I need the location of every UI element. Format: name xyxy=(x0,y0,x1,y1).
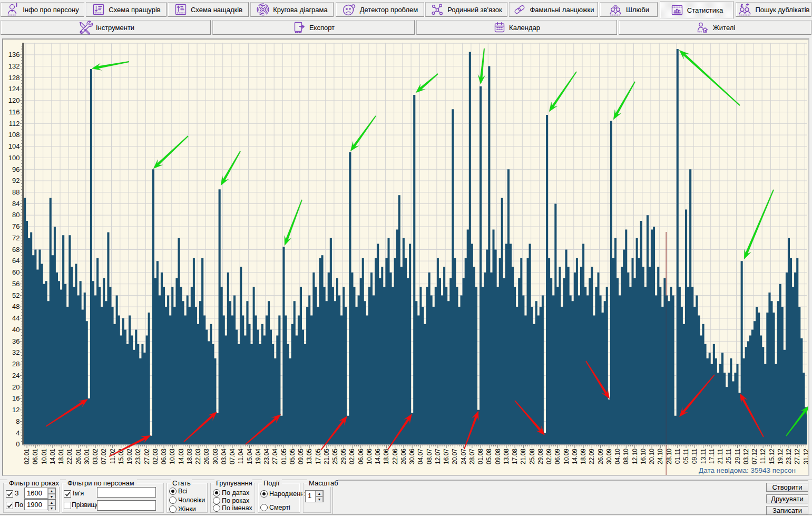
svg-text:17.08: 17.08 xyxy=(511,449,518,464)
svg-text:08.07: 08.07 xyxy=(426,449,433,464)
svg-text:10.01: 10.01 xyxy=(41,449,48,464)
svg-text:21.05: 21.05 xyxy=(323,449,330,464)
svg-text:28.07: 28.07 xyxy=(468,449,476,464)
svg-text:02.06: 02.06 xyxy=(348,449,356,464)
svg-text:18.03: 18.03 xyxy=(186,449,193,464)
svg-text:52: 52 xyxy=(12,291,19,299)
svg-text:09.08: 09.08 xyxy=(494,449,502,464)
svg-text:27.04: 27.04 xyxy=(271,449,279,464)
svg-text:15.12: 15.12 xyxy=(768,449,776,464)
svg-text:25.05: 25.05 xyxy=(331,449,339,464)
svg-text:0: 0 xyxy=(16,440,19,448)
svg-text:17.11: 17.11 xyxy=(708,449,716,464)
svg-text:16.07: 16.07 xyxy=(443,449,450,464)
svg-text:31.12: 31.12 xyxy=(803,449,808,464)
svg-text:05.08: 05.08 xyxy=(485,449,493,464)
svg-text:4: 4 xyxy=(16,429,19,437)
svg-text:03.12: 03.12 xyxy=(742,449,750,464)
svg-text:23.02: 23.02 xyxy=(134,449,142,464)
svg-text:13.11: 13.11 xyxy=(700,449,707,464)
svg-text:03.04: 03.04 xyxy=(220,449,228,464)
svg-text:21.11: 21.11 xyxy=(717,449,724,464)
svg-text:06.09: 06.09 xyxy=(554,449,561,464)
svg-text:06.03: 06.03 xyxy=(160,449,168,464)
svg-text:30.03: 30.03 xyxy=(212,449,219,464)
svg-text:13.05: 13.05 xyxy=(306,449,313,464)
svg-text:07.12: 07.12 xyxy=(751,449,758,464)
svg-text:8: 8 xyxy=(16,417,19,425)
svg-text:92: 92 xyxy=(12,177,19,184)
svg-text:124: 124 xyxy=(8,85,20,93)
svg-text:136: 136 xyxy=(8,51,20,59)
svg-text:07.02: 07.02 xyxy=(100,449,107,464)
svg-text:05.11: 05.11 xyxy=(682,449,690,464)
svg-text:14.09: 14.09 xyxy=(571,449,579,464)
svg-text:36: 36 xyxy=(12,337,19,345)
svg-text:96: 96 xyxy=(12,165,19,173)
svg-text:30.01: 30.01 xyxy=(83,449,91,464)
svg-text:64: 64 xyxy=(12,257,19,265)
svg-text:07.04: 07.04 xyxy=(229,449,236,464)
svg-text:108: 108 xyxy=(8,131,20,139)
svg-text:25.11: 25.11 xyxy=(725,449,732,464)
svg-text:27.12: 27.12 xyxy=(794,449,801,464)
svg-text:10.09: 10.09 xyxy=(563,449,570,464)
svg-text:68: 68 xyxy=(12,246,19,254)
svg-text:04.07: 04.07 xyxy=(417,449,424,464)
svg-text:29.08: 29.08 xyxy=(537,449,544,464)
svg-text:02.01: 02.01 xyxy=(23,449,31,464)
svg-text:84: 84 xyxy=(12,200,19,208)
svg-text:25.08: 25.08 xyxy=(529,449,536,464)
svg-text:12: 12 xyxy=(12,406,19,414)
svg-text:13.08: 13.08 xyxy=(503,449,510,464)
svg-text:23.12: 23.12 xyxy=(785,449,793,464)
svg-text:06.06: 06.06 xyxy=(357,449,365,464)
svg-text:88: 88 xyxy=(12,188,19,196)
svg-text:01.11: 01.11 xyxy=(674,449,681,464)
svg-text:20.07: 20.07 xyxy=(451,449,458,464)
svg-text:19.12: 19.12 xyxy=(777,449,784,464)
svg-text:32: 32 xyxy=(12,348,19,356)
svg-text:12.10: 12.10 xyxy=(631,449,639,464)
svg-text:11.12: 11.12 xyxy=(759,449,767,464)
svg-text:16.10: 16.10 xyxy=(640,449,647,464)
svg-text:44: 44 xyxy=(12,314,19,322)
svg-text:26.03: 26.03 xyxy=(203,449,210,464)
svg-text:100: 100 xyxy=(8,154,20,162)
svg-text:30.09: 30.09 xyxy=(605,449,613,464)
svg-text:30.06: 30.06 xyxy=(408,449,416,464)
svg-text:48: 48 xyxy=(12,303,19,310)
svg-text:27.02: 27.02 xyxy=(143,449,151,464)
svg-text:01.08: 01.08 xyxy=(477,449,484,464)
svg-text:22.06: 22.06 xyxy=(392,449,399,464)
svg-text:21.08: 21.08 xyxy=(520,449,527,464)
svg-text:19.04: 19.04 xyxy=(255,449,262,464)
svg-text:29.05: 29.05 xyxy=(340,449,347,464)
svg-text:14.03: 14.03 xyxy=(178,449,185,464)
svg-text:Дата невідома: 35943 персон: Дата невідома: 35943 персон xyxy=(699,466,796,474)
svg-text:20.10: 20.10 xyxy=(648,449,656,464)
svg-text:80: 80 xyxy=(12,211,19,219)
svg-text:18.06: 18.06 xyxy=(383,449,390,464)
svg-text:15.04: 15.04 xyxy=(246,449,253,464)
svg-text:104: 104 xyxy=(8,142,20,150)
svg-text:72: 72 xyxy=(12,234,19,242)
svg-text:04.10: 04.10 xyxy=(614,449,621,464)
svg-text:76: 76 xyxy=(12,222,19,230)
svg-text:22.01: 22.01 xyxy=(66,449,73,464)
svg-text:22.09: 22.09 xyxy=(588,449,595,464)
svg-text:06.01: 06.01 xyxy=(32,449,39,464)
svg-text:60: 60 xyxy=(12,268,19,276)
svg-text:28: 28 xyxy=(12,360,19,368)
svg-text:128: 128 xyxy=(8,74,20,82)
svg-text:20: 20 xyxy=(12,383,19,391)
svg-text:10.06: 10.06 xyxy=(366,449,373,464)
svg-text:26.09: 26.09 xyxy=(597,449,604,464)
svg-text:10.03: 10.03 xyxy=(169,449,176,464)
svg-text:14.01: 14.01 xyxy=(49,449,56,464)
svg-text:120: 120 xyxy=(8,96,20,104)
svg-text:132: 132 xyxy=(8,62,20,70)
svg-text:29.11: 29.11 xyxy=(734,449,741,464)
svg-text:12.07: 12.07 xyxy=(434,449,442,464)
svg-text:01.05: 01.05 xyxy=(280,449,288,464)
